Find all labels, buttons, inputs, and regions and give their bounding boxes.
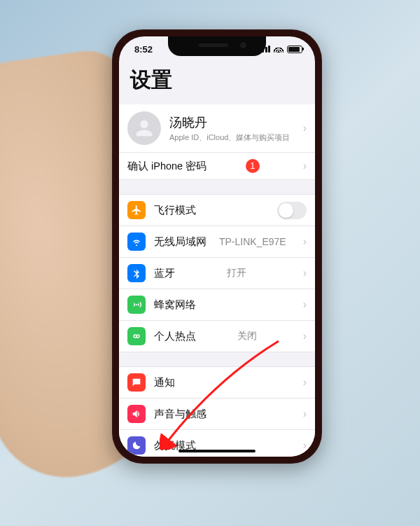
person-icon [134, 118, 155, 139]
notch [168, 36, 266, 56]
airplane-label: 飞行模式 [154, 204, 196, 217]
home-indicator[interactable] [178, 450, 255, 452]
group-notify: 通知 › 声音与触感 › 勿扰模式 › 屏幕使 [119, 366, 315, 457]
wifi-detail: TP-LINK_E97E [219, 236, 286, 247]
group-network: 飞行模式 无线局域网 TP-LINK_E97E › 蓝牙 打开 › [119, 194, 315, 352]
chevron-right-icon: › [299, 235, 307, 248]
notifications-label: 通知 [154, 376, 175, 389]
airplane-toggle[interactable] [277, 202, 307, 219]
wifi-settings-icon [127, 233, 146, 251]
sounds-icon [127, 405, 146, 423]
chevron-right-icon: › [299, 122, 307, 134]
bluetooth-icon [127, 264, 146, 282]
bluetooth-detail: 打开 [227, 267, 246, 279]
wifi-icon [274, 46, 284, 53]
sounds-label: 声音与触感 [154, 408, 206, 421]
chevron-right-icon: › [299, 439, 307, 452]
cellular-icon [127, 296, 146, 314]
airplane-icon [127, 201, 146, 219]
hotspot-row[interactable]: 个人热点 关闭 › [119, 321, 315, 352]
chevron-right-icon: › [299, 376, 307, 389]
moon-icon [127, 436, 146, 455]
wifi-label: 无线局域网 [154, 235, 206, 249]
hotspot-icon [127, 327, 146, 345]
page-title: 设置 [119, 62, 315, 104]
notifications-icon [127, 373, 146, 392]
sounds-row[interactable]: 声音与触感 › [119, 399, 315, 430]
phone-screen: 8:52 设置 汤晓丹 Apple ID、iCloud、媒体与购买项目 › [119, 36, 315, 457]
bluetooth-label: 蓝牙 [154, 267, 175, 280]
wifi-row[interactable]: 无线局域网 TP-LINK_E97E › [119, 226, 315, 258]
battery-icon [287, 46, 302, 53]
alert-badge: 1 [246, 159, 260, 173]
chevron-right-icon: › [299, 408, 307, 420]
apple-id-row[interactable]: 汤晓丹 Apple ID、iCloud、媒体与购买项目 › [119, 104, 315, 153]
hotspot-detail: 关闭 [237, 330, 257, 342]
confirm-password-row[interactable]: 确认 iPhone 密码 1 › [119, 153, 315, 180]
chevron-right-icon: › [299, 160, 307, 172]
group-profile: 汤晓丹 Apple ID、iCloud、媒体与购买项目 › 确认 iPhone … [119, 104, 315, 180]
chevron-right-icon: › [299, 267, 307, 279]
cellular-row[interactable]: 蜂窝网络 › [119, 289, 315, 321]
profile-name: 汤晓丹 [169, 114, 290, 131]
dnd-row[interactable]: 勿扰模式 › [119, 430, 315, 457]
cellular-label: 蜂窝网络 [154, 298, 196, 312]
chevron-right-icon: › [299, 330, 307, 342]
notifications-row[interactable]: 通知 › [119, 366, 315, 399]
chevron-right-icon: › [299, 298, 307, 311]
profile-subtitle: Apple ID、iCloud、媒体与购买项目 [169, 132, 290, 143]
bluetooth-row[interactable]: 蓝牙 打开 › [119, 258, 315, 289]
airplane-mode-row[interactable]: 飞行模式 [119, 194, 315, 226]
profile-text: 汤晓丹 Apple ID、iCloud、媒体与购买项目 [169, 114, 290, 143]
phone-frame: 8:52 设置 汤晓丹 Apple ID、iCloud、媒体与购买项目 › [112, 29, 322, 464]
hotspot-label: 个人热点 [154, 330, 196, 343]
confirm-password-label: 确认 iPhone 密码 [127, 160, 206, 173]
status-time: 8:52 [134, 44, 153, 55]
avatar [127, 111, 161, 145]
